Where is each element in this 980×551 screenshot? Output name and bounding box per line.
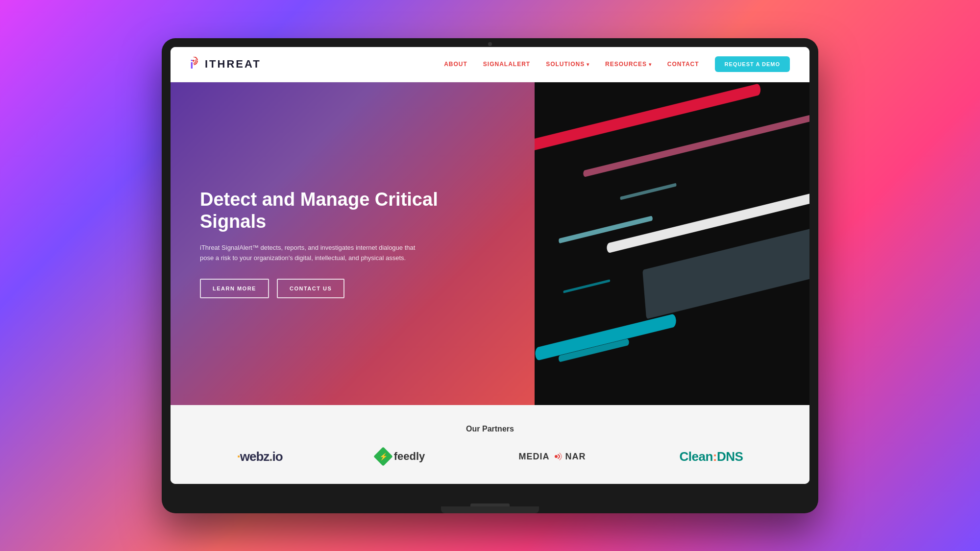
light-streaks (535, 82, 809, 405)
partners-logos: ·webz.io ⚡ feedly MEDIA (200, 449, 780, 464)
webz-dot: · (237, 449, 240, 464)
partner-media-sonar: MEDIA NAR (518, 452, 586, 462)
feedly-icon: ⚡ (373, 447, 393, 466)
hero-left-panel: Detect and Manage Critical Signals iThre… (171, 82, 535, 405)
laptop-frame: i iTHREAT ABOUT SIGNALALERT SOLUTIONS RE… (162, 38, 818, 513)
svg-point-3 (193, 60, 195, 62)
cleandns-logo-text: Clean:DNS (680, 449, 743, 464)
partner-cleandns: Clean:DNS (680, 449, 743, 464)
laptop-camera (488, 42, 492, 46)
nav-solutions[interactable]: SOLUTIONS (546, 61, 589, 68)
sonar-waves (551, 452, 563, 461)
contact-us-button[interactable]: CONTACT US (277, 279, 344, 298)
webz-logo-text: ·webz.io (237, 449, 283, 464)
laptop-screen: i iTHREAT ABOUT SIGNALALERT SOLUTIONS RE… (171, 47, 809, 484)
learn-more-button[interactable]: LEARN MORE (200, 279, 269, 298)
svg-rect-12 (563, 279, 610, 293)
feedly-logo-text: feedly (394, 450, 425, 463)
sonar-icon-svg (551, 452, 563, 461)
nav-links: ABOUT SIGNALALERT SOLUTIONS RESOURCES CO… (444, 56, 790, 72)
svg-text:i: i (190, 58, 194, 71)
partners-section: Our Partners ·webz.io ⚡ feedly (171, 405, 809, 484)
svg-rect-11 (620, 183, 677, 200)
partner-feedly: ⚡ feedly (376, 450, 425, 463)
request-demo-button[interactable]: REQUEST A DEMO (715, 56, 790, 72)
logo[interactable]: i iTHREAT (190, 57, 261, 72)
nav-contact[interactable]: CONTACT (667, 61, 699, 68)
hero-right-panel (535, 82, 809, 405)
nav-resources[interactable]: RESOURCES (605, 61, 652, 68)
partners-title: Our Partners (200, 425, 780, 433)
hero-buttons: LEARN MORE CONTACT US (200, 279, 505, 298)
svg-rect-8 (642, 226, 809, 319)
cleandns-colon: : (713, 449, 717, 464)
hero-image (535, 82, 809, 405)
navigation: i iTHREAT ABOUT SIGNALALERT SOLUTIONS RE… (171, 47, 809, 82)
svg-rect-9 (535, 313, 677, 360)
media-sonar-text: MEDIA NAR (518, 452, 586, 462)
hero-title: Detect and Manage Critical Signals (200, 189, 505, 233)
svg-point-13 (555, 455, 558, 458)
logo-text: iTHREAT (205, 58, 261, 71)
hero-section: Detect and Manage Critical Signals iThre… (171, 82, 809, 405)
logo-icon: i (190, 57, 203, 72)
nav-signalalert[interactable]: SIGNALALERT (483, 61, 530, 68)
webz-dot2: . (269, 449, 272, 464)
hero-description: iThreat SignalAlert™ detects, reports, a… (200, 243, 425, 264)
feedly-icon-shape: ⚡ (379, 453, 387, 460)
nav-about[interactable]: ABOUT (444, 61, 467, 68)
laptop-base (441, 506, 539, 513)
partner-webz: ·webz.io (237, 449, 283, 464)
